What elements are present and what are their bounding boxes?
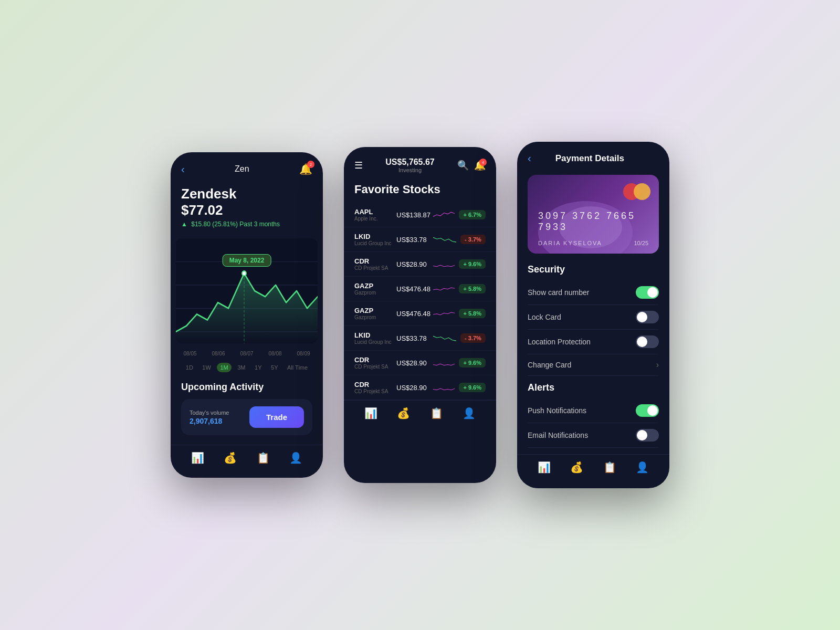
notification-bell[interactable]: 🔔 2 <box>299 163 312 175</box>
email-notifications-label: Email Notifications <box>528 431 588 439</box>
trade-button[interactable]: Trade <box>249 406 304 428</box>
location-protection-toggle[interactable] <box>636 335 659 348</box>
nav-chart-icon[interactable]: 📊 <box>364 407 377 419</box>
company: CD Projekt SA <box>354 388 396 394</box>
price: US$33.78 <box>396 334 433 342</box>
company: CD Projekt SA <box>354 265 396 271</box>
filter-3m[interactable]: 3M <box>234 363 248 372</box>
bell-badge-2: 4 <box>479 159 487 166</box>
change-card-row[interactable]: Change Card › <box>528 354 659 376</box>
phone1-title: Zen <box>235 164 249 174</box>
ticker: LKID <box>354 331 396 339</box>
nav-chart-icon[interactable]: 📊 <box>191 452 204 464</box>
volume-value: 2,907,618 <box>190 417 229 425</box>
phones-container: ‹ Zen 🔔 2 Zendesk $77.02 ▲ $15.80 (25.81… <box>171 142 669 488</box>
price: US$33.78 <box>396 236 433 244</box>
change-badge: + 9.6% <box>459 383 486 392</box>
show-card-toggle[interactable] <box>636 286 659 299</box>
chart-label-2: 08/06 <box>212 351 225 356</box>
company: Gazprom <box>354 314 396 320</box>
nav-document-icon[interactable]: 📋 <box>603 461 616 474</box>
upcoming-title: Upcoming Activity <box>181 382 312 393</box>
ticker: LKID <box>354 233 396 240</box>
nav-document-icon[interactable]: 📋 <box>430 407 443 419</box>
filter-1m[interactable]: 1M <box>217 363 231 372</box>
change-badge: + 5.8% <box>459 284 486 293</box>
stock-row[interactable]: GAZP Gazprom US$476.48 + 5.8% <box>344 301 496 326</box>
push-notifications-toggle[interactable] <box>636 404 659 417</box>
change-badge: + 9.6% <box>459 358 486 368</box>
chart-tooltip: May 8, 2022 <box>223 254 271 267</box>
volume-label: Today's volume <box>190 410 229 416</box>
stock-row[interactable]: LKID Lucid Group Inc US$33.78 - 3.7% <box>344 227 496 252</box>
change-badge: - 3.7% <box>460 333 486 343</box>
price-chart: May 8, 2022 <box>176 238 318 343</box>
ticker: GAZP <box>354 282 396 290</box>
push-notifications-row: Push Notifications <box>528 398 659 423</box>
nav-person-icon[interactable]: 👤 <box>636 461 649 474</box>
nav-dollar-icon[interactable]: 💰 <box>397 407 410 419</box>
nav-chart-icon[interactable]: 📊 <box>538 461 551 474</box>
trend-up-icon: ▲ <box>181 220 187 228</box>
stock-info-lkid: LKID Lucid Group Inc <box>354 233 396 246</box>
nav-dollar-icon[interactable]: 💰 <box>224 452 237 464</box>
phone-payment-details: ‹ Payment Details 3097 3762 7665 7933 DA… <box>517 142 669 488</box>
menu-button[interactable]: ☰ <box>354 160 363 171</box>
stock-info-cdr3: CDR CD Projekt SA <box>354 381 396 394</box>
toggle-knob <box>637 312 647 322</box>
back-button[interactable]: ‹ <box>181 163 185 175</box>
filter-1y[interactable]: 1Y <box>251 363 265 372</box>
time-filters: 1D 1W 1M 3M 1Y 5Y All Time <box>171 359 323 376</box>
security-title: Security <box>528 264 659 275</box>
alerts-title: Alerts <box>528 382 659 393</box>
lock-card-label: Lock Card <box>528 313 561 321</box>
stock-row[interactable]: CDR CD Projekt SA US$28.90 + 9.6% <box>344 252 496 277</box>
phone2-nav: 📊 💰 📋 👤 <box>344 400 496 426</box>
nav-dollar-icon[interactable]: 💰 <box>570 461 583 474</box>
phone-stock-detail: ‹ Zen 🔔 2 Zendesk $77.02 ▲ $15.80 (25.81… <box>171 152 323 478</box>
filter-all[interactable]: All Time <box>284 363 311 372</box>
nav-person-icon[interactable]: 👤 <box>289 452 302 464</box>
filter-5y[interactable]: 5Y <box>268 363 281 372</box>
stock-price: $77.02 <box>181 202 312 218</box>
balance-info: US$5,765.67 Investing <box>385 158 434 173</box>
back-button-3[interactable]: ‹ <box>528 152 531 164</box>
stock-row[interactable]: LKID Lucid Group Inc US$33.78 - 3.7% <box>344 326 496 351</box>
sparkline <box>433 256 455 272</box>
change-badge: - 3.7% <box>460 235 486 244</box>
nav-document-icon[interactable]: 📋 <box>257 452 270 464</box>
stock-info-cdr2: CDR CD Projekt SA <box>354 356 396 370</box>
credit-card: 3097 3762 7665 7933 DARIA KYSELOVA 10/25 <box>528 175 659 254</box>
mastercard-logo <box>623 183 650 200</box>
chart-label-3: 08/07 <box>240 351 253 356</box>
balance-amount: US$5,765.67 <box>385 158 434 167</box>
svg-point-6 <box>243 271 246 275</box>
email-notifications-toggle[interactable] <box>636 429 659 442</box>
push-notifications-label: Push Notifications <box>528 406 586 415</box>
header-icons: 🔍 🔔 4 <box>457 160 486 171</box>
chart-label-4: 08/08 <box>268 351 281 356</box>
ticker: CDR <box>354 381 396 388</box>
stock-row[interactable]: AAPL Apple Inc. US$138.87 + 6.7% <box>344 203 496 227</box>
filter-1w[interactable]: 1W <box>199 363 214 372</box>
show-card-number-row: Show card number <box>528 280 659 305</box>
filter-1d[interactable]: 1D <box>183 363 196 372</box>
search-icon[interactable]: 🔍 <box>457 160 469 171</box>
email-notifications-row: Email Notifications <box>528 423 659 448</box>
stock-row[interactable]: CDR CD Projekt SA US$28.90 + 9.6% <box>344 375 496 400</box>
card-number: 3097 3762 7665 7933 <box>538 211 659 233</box>
lock-card-row: Lock Card <box>528 305 659 330</box>
stock-info-gazp1: GAZP Gazprom <box>354 282 396 296</box>
sparkline <box>433 232 456 247</box>
toggle-knob <box>647 405 658 416</box>
toggle-knob <box>637 430 647 440</box>
card-expiry: 10/25 <box>634 240 648 246</box>
phone2-header: ☰ US$5,765.67 Investing 🔍 🔔 4 <box>344 147 496 178</box>
sparkline <box>433 380 455 395</box>
lock-card-toggle[interactable] <box>636 311 659 323</box>
nav-person-icon[interactable]: 👤 <box>463 407 476 419</box>
stock-row[interactable]: CDR CD Projekt SA US$28.90 + 9.6% <box>344 351 496 375</box>
volume-info: Today's volume 2,907,618 <box>190 410 229 425</box>
stock-row[interactable]: GAZP Gazprom US$476.48 + 5.8% <box>344 277 496 301</box>
alerts-section: Alerts Push Notifications Email Notifica… <box>517 379 669 451</box>
